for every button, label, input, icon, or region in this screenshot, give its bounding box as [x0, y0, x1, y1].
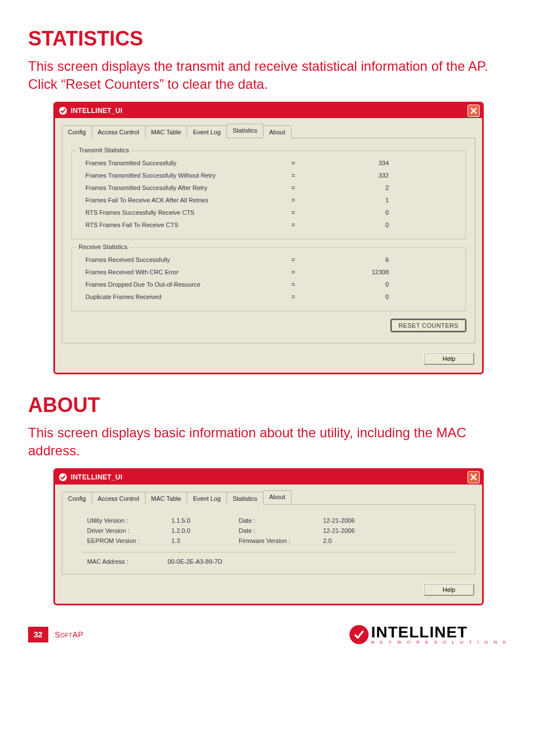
stat-label: Frames Dropped Due To Out-of-Resource [80, 281, 276, 288]
brand-name: INTELLINET [371, 624, 508, 640]
equals-sign: = [276, 209, 310, 216]
section-body-about: This screen displays basic information a… [28, 424, 508, 460]
stat-row: Frames Fail To Receive ACK After All Ret… [80, 194, 457, 206]
stat-value: 0 [310, 221, 411, 228]
tab-about[interactable]: About [263, 490, 292, 504]
close-button[interactable] [467, 471, 480, 483]
driver-version-label: Driver Version : [87, 527, 171, 534]
tab-panel-about: Utility Version : 1.1.5.0 Date : 12-21-2… [62, 505, 475, 574]
driver-version-value: 1.2.0.0 [171, 527, 239, 534]
footer-section-name: SoftAP [55, 630, 84, 639]
stat-label: Frames Transmitted Successfully Without … [80, 172, 276, 179]
equals-sign: = [276, 160, 310, 166]
separator [81, 552, 456, 553]
titlebar: INTELLINET_UI [55, 470, 482, 485]
mac-address-label: MAC Address : [87, 558, 128, 565]
mac-address-value: 00-0E-2E-A3-89-7D [167, 558, 222, 565]
stat-row: Frames Transmitted Successfully Without … [80, 169, 457, 182]
help-button[interactable]: Help [424, 583, 474, 596]
section-heading-statistics: STATISTICS [28, 27, 508, 51]
stat-row: Frames Dropped Due To Out-of-Resource=0 [80, 278, 457, 291]
equals-sign: = [276, 281, 310, 288]
close-button[interactable] [467, 105, 480, 117]
stat-label: Frames Transmitted Successfully [80, 160, 276, 166]
brand-logo: INTELLINET N E T W O R K S O L U T I O N… [349, 624, 508, 645]
tab-event-log[interactable]: Event Log [187, 125, 227, 138]
stat-value: 12308 [310, 269, 411, 275]
tab-statistics[interactable]: Statistics [226, 124, 264, 138]
close-icon [470, 107, 477, 114]
utility-date-value: 12-21-2006 [323, 517, 390, 524]
equals-sign: = [276, 184, 310, 191]
help-button[interactable]: Help [424, 352, 474, 365]
stat-value: 1 [310, 197, 411, 203]
equals-sign: = [276, 269, 310, 275]
driver-date-value: 12-21-2006 [323, 527, 390, 534]
tab-config[interactable]: Config [62, 125, 92, 138]
stat-label: RTS Frames Fail To Receive CTS [80, 221, 276, 228]
stat-value: 0 [310, 281, 411, 288]
window-statistics: INTELLINET_UI Config Access Control MAC … [53, 102, 484, 374]
groupbox-receive: Receive Statistics Frames Received Succe… [71, 247, 466, 311]
equals-sign: = [276, 197, 310, 203]
tab-access-control[interactable]: Access Control [92, 492, 146, 505]
window-about: INTELLINET_UI Config Access Control MAC … [53, 468, 484, 605]
page-footer: 32 SoftAP INTELLINET N E T W O R K S O L… [28, 624, 508, 645]
date-label: Date : [239, 517, 323, 524]
tab-event-log[interactable]: Event Log [187, 492, 227, 505]
tab-about[interactable]: About [263, 125, 292, 138]
brand-tagline: N E T W O R K S O L U T I O N S [371, 640, 508, 645]
tab-strip: Config Access Control MAC Table Event Lo… [62, 124, 475, 138]
window-title: INTELLINET_UI [71, 473, 122, 481]
stat-label: Frames Received With CRC Error [80, 269, 276, 275]
equals-sign: = [276, 221, 310, 228]
stat-value: 332 [310, 172, 411, 179]
firmware-version-value: 2.0 [323, 537, 390, 544]
svg-point-0 [59, 107, 67, 115]
svg-point-1 [59, 473, 67, 481]
stat-row: RTS Frames Successfully Receive CTS=0 [80, 206, 457, 219]
section-heading-about: ABOUT [28, 393, 508, 417]
eeprom-version-value: 1.3 [171, 537, 239, 544]
equals-sign: = [276, 172, 310, 179]
tab-statistics[interactable]: Statistics [226, 492, 264, 505]
section-body-statistics: This screen displays the transmit and re… [28, 57, 508, 94]
app-icon [58, 473, 67, 482]
app-icon [58, 106, 67, 115]
groupbox-title-transmit: Transmit Statistics [76, 147, 131, 153]
tab-config[interactable]: Config [62, 492, 92, 505]
stat-label: Duplicate Frames Received [80, 293, 276, 300]
equals-sign: = [276, 256, 310, 263]
equals-sign: = [276, 293, 310, 300]
tab-panel-statistics: Transmit Statistics Frames Transmitted S… [62, 138, 475, 343]
utility-version-label: Utility Version : [87, 517, 171, 524]
tab-mac-table[interactable]: MAC Table [145, 492, 188, 505]
titlebar: INTELLINET_UI [55, 103, 482, 118]
brand-mark-icon [349, 625, 369, 644]
stat-value: 334 [310, 160, 411, 166]
tab-access-control[interactable]: Access Control [92, 125, 146, 138]
window-title: INTELLINET_UI [71, 107, 122, 115]
date-label: Date : [239, 527, 323, 534]
firmware-version-label: Firmware Version : [239, 537, 323, 544]
stat-row: Frames Transmitted Successfully=334 [80, 157, 457, 169]
stat-row: RTS Frames Fail To Receive CTS=0 [80, 219, 457, 231]
stat-value: 2 [310, 184, 411, 191]
groupbox-title-receive: Receive Statistics [76, 243, 130, 250]
stat-label: RTS Frames Successfully Receive CTS [80, 209, 276, 216]
stat-row: Frames Received With CRC Error=12308 [80, 266, 457, 278]
reset-counters-button[interactable]: RESET COUNTERS [391, 319, 466, 332]
stat-value: 0 [310, 209, 411, 216]
tab-mac-table[interactable]: MAC Table [145, 125, 188, 138]
tab-strip: Config Access Control MAC Table Event Lo… [62, 490, 475, 505]
eeprom-version-label: EEPROM Version : [87, 537, 171, 544]
groupbox-transmit: Transmit Statistics Frames Transmitted S… [71, 151, 466, 239]
page-number: 32 [28, 627, 48, 642]
stat-value: 6 [310, 256, 411, 263]
stat-label: Frames Received Successfully [80, 256, 276, 263]
stat-label: Frames Fail To Receive ACK After All Ret… [80, 197, 276, 203]
close-icon [470, 474, 477, 481]
stat-row: Duplicate Frames Received=0 [80, 291, 457, 303]
stat-value: 0 [310, 293, 411, 300]
utility-version-value: 1.1.5.0 [171, 517, 239, 524]
